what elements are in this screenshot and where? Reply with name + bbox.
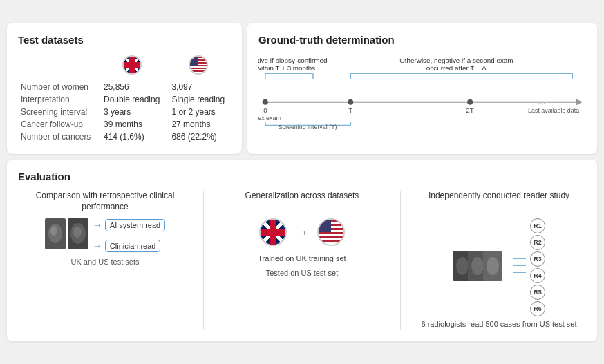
mammo-img-2 bbox=[68, 218, 88, 252]
divider-2 bbox=[400, 191, 401, 329]
reader-line-2 bbox=[513, 262, 526, 262]
svg-point-17 bbox=[467, 99, 473, 105]
row-us-value: 686 (22.2%) bbox=[166, 131, 231, 143]
generalization-flags: → bbox=[259, 218, 345, 246]
reader-circles: R1 R2 R3 R4 R5 R6 bbox=[530, 218, 545, 316]
reader-line-3 bbox=[513, 265, 526, 266]
svg-marker-11 bbox=[576, 99, 583, 106]
trained-label: Trained on UK training set bbox=[258, 253, 346, 265]
svg-text:Otherwise, negative if a secon: Otherwise, negative if a second exam bbox=[399, 57, 513, 64]
reader-bottom-label: 6 radiologists read 500 cases from US te… bbox=[422, 319, 577, 329]
table-row: Cancer follow-up39 months27 months bbox=[18, 118, 231, 131]
row-uk-value: 3 years bbox=[98, 106, 166, 118]
reader-mammo-3 bbox=[494, 251, 513, 284]
row-label: Number of cancers bbox=[18, 131, 98, 143]
svg-point-12 bbox=[263, 99, 268, 105]
row-label: Number of women bbox=[18, 81, 98, 93]
eval-section-1: Comparison with retrospective clinical p… bbox=[18, 191, 192, 329]
arrow-icon-2: → bbox=[93, 240, 102, 251]
row-us-value: 1 or 2 years bbox=[166, 106, 231, 118]
svg-point-30 bbox=[73, 227, 82, 238]
uk-flag-icon bbox=[122, 55, 142, 75]
row-us-value: 3,097 bbox=[166, 81, 231, 93]
section2-title: Generalization across datasets bbox=[245, 191, 359, 213]
table-row: InterpretationDouble readingSingle readi… bbox=[18, 93, 231, 106]
reader-r1: R1 bbox=[530, 218, 545, 233]
ground-truth-title: Ground-truth determination bbox=[258, 34, 586, 46]
svg-point-15 bbox=[348, 99, 353, 105]
clinician-read-label: → Clinician read bbox=[93, 240, 165, 252]
svg-text:0: 0 bbox=[263, 106, 267, 114]
table-row: Screening interval3 years1 or 2 years bbox=[18, 106, 231, 118]
row-label: Cancer follow-up bbox=[18, 118, 98, 131]
table-row: Number of cancers414 (1.6%)686 (22.2%) bbox=[18, 131, 231, 143]
reader-line-1 bbox=[513, 258, 526, 259]
svg-point-36 bbox=[487, 257, 499, 275]
reader-r2: R2 bbox=[530, 235, 545, 250]
col-uk-header bbox=[98, 54, 166, 81]
svg-text:2T: 2T bbox=[466, 106, 474, 114]
section1-visual: → AI system read → Clinician read bbox=[45, 218, 165, 252]
main-container: Test datasets Number of women25,8563,097… bbox=[7, 23, 597, 341]
mammo-img-1 bbox=[45, 218, 66, 252]
row-label: Screening interval bbox=[18, 106, 98, 118]
section1-title: Comparison with retrospective clinical p… bbox=[18, 191, 192, 213]
tested-label: Tested on US test set bbox=[266, 267, 339, 279]
test-datasets-card: Test datasets Number of women25,8563,097… bbox=[7, 23, 242, 154]
mammo-stack-reader bbox=[453, 251, 513, 284]
row-label: Interpretation bbox=[18, 93, 98, 106]
right-arrow-icon: → bbox=[295, 224, 309, 240]
test-datasets-title: Test datasets bbox=[18, 34, 231, 46]
col-us-header bbox=[166, 54, 231, 81]
svg-point-34 bbox=[471, 257, 484, 275]
ai-read-label: → AI system read bbox=[93, 219, 165, 231]
reader-study-visual: R1 R2 R3 R4 R5 R6 bbox=[453, 218, 545, 316]
row-uk-value: 39 months bbox=[98, 118, 166, 131]
col-label-header bbox=[18, 54, 98, 81]
svg-text:Index exam: Index exam bbox=[258, 115, 281, 122]
svg-text:T: T bbox=[348, 106, 352, 114]
top-row: Test datasets Number of women25,8563,097… bbox=[7, 23, 597, 154]
mammogram-images bbox=[45, 218, 88, 252]
row-us-value: 27 months bbox=[166, 118, 231, 131]
eval-section-2: Generalization across datasets → Trained… bbox=[215, 191, 389, 329]
svg-text:Positive if biopsy-confirmed: Positive if biopsy-confirmed bbox=[258, 57, 328, 64]
evaluation-title: Evaluation bbox=[18, 171, 586, 182]
clinician-read-box: Clinician read bbox=[105, 240, 161, 252]
ai-read-box: AI system read bbox=[105, 219, 165, 231]
reader-line-4 bbox=[513, 269, 526, 269]
reader-line-6 bbox=[513, 276, 526, 276]
svg-text:Last available data: Last available data bbox=[528, 107, 579, 114]
row-uk-value: Double reading bbox=[98, 93, 166, 106]
reader-lines bbox=[513, 258, 526, 276]
eval-section-3: Independently conducted reader study bbox=[412, 191, 586, 329]
us-flag-large-icon bbox=[317, 218, 345, 246]
svg-point-27 bbox=[50, 226, 57, 236]
svg-text:Screening interval (T): Screening interval (T) bbox=[279, 124, 337, 131]
timeline-svg: Positive if biopsy-confirmed within T + … bbox=[258, 54, 586, 130]
uk-flag-large-icon bbox=[259, 218, 287, 246]
ground-truth-card: Ground-truth determination Positive if b… bbox=[247, 23, 597, 154]
reader-line-5 bbox=[513, 272, 526, 273]
us-flag-icon bbox=[189, 55, 208, 75]
row-us-value: Single reading bbox=[166, 93, 231, 106]
reader-r4: R4 bbox=[530, 268, 545, 283]
divider-1 bbox=[203, 191, 204, 329]
arrow-icon-1: → bbox=[93, 220, 102, 231]
table-row: Number of women25,8563,097 bbox=[18, 81, 231, 93]
datasets-table: Number of women25,8563,097Interpretation… bbox=[18, 54, 231, 143]
svg-text:occurred after T − Δ: occurred after T − Δ bbox=[426, 65, 487, 73]
row-uk-value: 414 (1.6%) bbox=[98, 131, 166, 143]
evaluation-card: Evaluation Comparison with retrospective… bbox=[7, 160, 597, 341]
section3-title: Independently conducted reader study bbox=[428, 191, 569, 213]
eval-sections: Comparison with retrospective clinical p… bbox=[18, 191, 586, 329]
reader-r3: R3 bbox=[530, 251, 545, 267]
row-uk-value: 25,856 bbox=[98, 81, 166, 93]
reader-r6: R6 bbox=[530, 301, 545, 316]
reader-r5: R5 bbox=[530, 285, 545, 300]
timeline-wrapper: Positive if biopsy-confirmed within T + … bbox=[258, 54, 586, 130]
uk-us-label: UK and US test sets bbox=[70, 258, 139, 266]
svg-point-32 bbox=[456, 257, 469, 275]
svg-text:...: ... bbox=[538, 95, 546, 106]
bottom-row: Evaluation Comparison with retrospective… bbox=[7, 160, 597, 341]
